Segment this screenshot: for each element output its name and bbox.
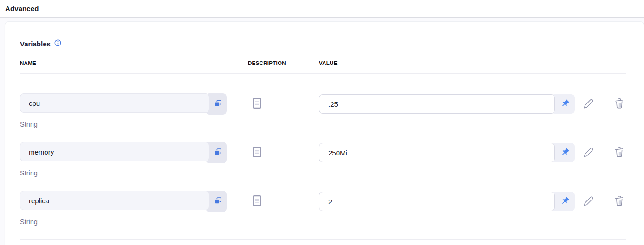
pin-icon — [560, 99, 570, 110]
edit-pencil-icon — [583, 98, 594, 110]
advanced-section-header: Advanced — [0, 0, 644, 18]
column-header-value: VALUE — [319, 60, 629, 66]
description-cell — [227, 97, 319, 110]
edit-variable-button[interactable] — [580, 193, 596, 209]
pin-icon — [560, 148, 570, 158]
variable-name-input[interactable] — [20, 142, 209, 161]
variable-name-input[interactable] — [20, 93, 209, 113]
header-divider — [20, 73, 626, 74]
name-field-group — [20, 93, 227, 115]
delete-variable-button[interactable] — [611, 193, 627, 209]
value-field-group — [319, 191, 575, 212]
trash-icon — [614, 146, 624, 159]
variable-value-input[interactable] — [319, 192, 555, 211]
edit-variable-button[interactable] — [580, 145, 596, 161]
description-icon — [253, 97, 261, 110]
column-header-description: DESCRIPTION — [227, 60, 319, 66]
variables-card: Variables NAME DESCRIPTION VALUE — [5, 21, 644, 245]
delete-variable-button[interactable] — [611, 145, 627, 161]
variable-type-label: String — [20, 218, 629, 226]
description-icon — [253, 195, 261, 208]
description-button[interactable] — [253, 146, 261, 159]
copy-icon — [214, 99, 222, 109]
value-field-group — [319, 93, 575, 115]
name-field-group — [20, 191, 227, 212]
trash-icon — [614, 195, 624, 208]
variable-rows: String — [20, 93, 629, 226]
description-button[interactable] — [253, 97, 261, 110]
variable-type-label: String — [20, 121, 629, 128]
page-title: Advanced — [5, 5, 39, 13]
trash-icon — [614, 97, 624, 110]
info-button[interactable] — [54, 39, 61, 48]
column-header-name: NAME — [20, 60, 227, 66]
description-cell — [227, 195, 319, 208]
variable-row-replica: String — [20, 191, 629, 226]
description-button[interactable] — [253, 195, 261, 208]
variable-row-cpu: String — [20, 93, 629, 128]
edit-pencil-icon — [583, 147, 594, 159]
copy-icon — [214, 148, 222, 157]
copy-icon — [214, 197, 222, 206]
value-field-group — [319, 142, 575, 163]
variables-title: Variables — [20, 40, 51, 48]
edit-pencil-icon — [583, 195, 594, 208]
table-header-row: NAME DESCRIPTION VALUE — [20, 60, 629, 66]
delete-variable-button[interactable] — [611, 96, 627, 112]
variable-type-label: String — [20, 169, 629, 177]
variable-value-input[interactable] — [319, 94, 555, 114]
bottom-divider — [20, 239, 626, 240]
pin-icon — [560, 196, 570, 207]
description-icon — [253, 146, 261, 159]
variable-row-memory: String — [20, 142, 629, 177]
description-cell — [227, 146, 319, 159]
edit-variable-button[interactable] — [580, 96, 596, 112]
variable-value-input[interactable] — [319, 143, 555, 162]
variable-name-input[interactable] — [20, 191, 209, 210]
variables-title-row: Variables — [20, 39, 629, 48]
name-field-group — [20, 142, 227, 163]
info-icon — [54, 39, 61, 48]
